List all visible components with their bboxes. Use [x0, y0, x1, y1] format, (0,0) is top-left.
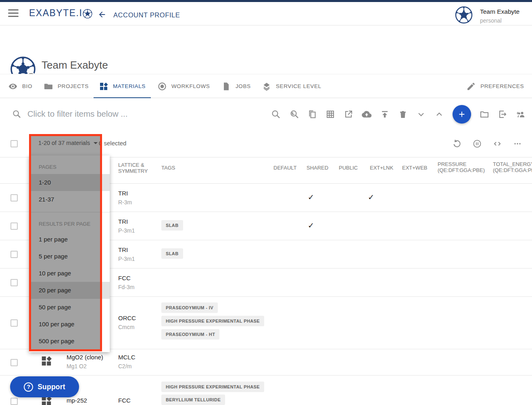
- document-icon: [221, 82, 231, 91]
- exabyte-logo[interactable]: EXABYTE.I: [29, 8, 92, 19]
- page-option-21-37[interactable]: 21-37: [29, 191, 110, 208]
- column-header-public[interactable]: PUBLIC: [339, 165, 358, 171]
- tab-label: MATERIALS: [113, 83, 146, 89]
- radio-circle-icon: [157, 82, 167, 91]
- folder-icon: [44, 82, 53, 91]
- tab-label: BIO: [22, 83, 32, 89]
- more-horiz-icon[interactable]: [513, 139, 522, 149]
- tab-label: PROJECTS: [58, 83, 89, 89]
- lattice-type: TRI: [118, 218, 128, 225]
- delete-icon[interactable]: [398, 109, 408, 119]
- pages-section-header: PAGES: [29, 160, 110, 174]
- filter-bar: Click to filter items below ...: [0, 98, 532, 130]
- row-checkbox[interactable]: [10, 359, 18, 366]
- tab-workflows[interactable]: WORKFLOWS: [152, 74, 215, 98]
- menu-icon[interactable]: [8, 9, 19, 18]
- lattice-type: TRI: [118, 190, 128, 197]
- material-name[interactable]: mp-252: [67, 397, 87, 404]
- column-header-ext-web[interactable]: EXT+WEB: [402, 165, 428, 171]
- filter-input[interactable]: Click to filter items below ...: [27, 109, 127, 119]
- copy-icon[interactable]: [307, 109, 317, 119]
- back-arrow-icon[interactable]: [97, 10, 107, 21]
- column-header-pressure[interactable]: PRESSURE (QE:DFT:GGA:PBE): [438, 161, 485, 173]
- tab-jobs[interactable]: JOBS: [216, 74, 256, 98]
- open-in-new-icon[interactable]: [344, 109, 353, 119]
- symmetry-group: Fd-3m: [118, 284, 134, 290]
- tag-pill: SLAB: [161, 248, 183, 259]
- row-checkbox[interactable]: [10, 222, 18, 230]
- cloud-upload-icon[interactable]: [362, 109, 371, 119]
- per-page-option-50[interactable]: 50 per page: [29, 299, 110, 316]
- tab-label: JOBS: [236, 83, 251, 89]
- row-checkbox[interactable]: [10, 398, 18, 405]
- select-all-checkbox[interactable]: [10, 140, 18, 147]
- grid-view-icon[interactable]: [325, 109, 335, 119]
- lattice-type: FCC: [118, 275, 131, 281]
- group-add-icon[interactable]: [516, 109, 526, 119]
- per-page-option-500[interactable]: 500 per page: [29, 333, 110, 350]
- tag-pill: BERYLLIUM TELLURIDE: [161, 395, 225, 405]
- pagination-dropdown-trigger[interactable]: 1-20 of 37 materials: [38, 140, 98, 146]
- tab-label: SERVICE LEVEL: [276, 83, 321, 89]
- symmetry-group: R-3m: [118, 199, 132, 206]
- search-icon: [12, 109, 21, 119]
- selected-count: 0 selected: [99, 140, 126, 147]
- row-checkbox[interactable]: [10, 251, 18, 258]
- column-label: TOTAL_ENERGY: [493, 161, 532, 167]
- search-action-icon[interactable]: [271, 109, 281, 119]
- per-page-option-1[interactable]: 1 per page: [29, 231, 110, 248]
- tag-pill: SLAB: [161, 220, 183, 231]
- add-material-button[interactable]: [453, 105, 471, 124]
- per-page-option-10[interactable]: 10 per page: [29, 265, 110, 282]
- page-title: ACCOUNT PROFILE: [113, 11, 180, 19]
- row-checkbox[interactable]: [10, 279, 18, 286]
- tag-pill: PRASEODYMIUM - HT: [161, 329, 219, 340]
- eye-icon: [8, 82, 18, 91]
- tab-materials[interactable]: MATERIALS: [94, 74, 151, 98]
- support-button[interactable]: ? Support: [10, 376, 79, 397]
- tab-service-level[interactable]: SERVICE LEVEL: [257, 74, 327, 98]
- tag-pill: HIGH PRESSURE EXPERIMENTAL PHASE: [161, 316, 264, 326]
- folder-outline-icon[interactable]: [480, 109, 489, 119]
- code-icon[interactable]: [492, 139, 502, 149]
- per-page-option-100[interactable]: 100 per page: [29, 316, 110, 333]
- column-header-tags[interactable]: TAGS: [161, 165, 175, 171]
- chevron-down-icon[interactable]: [416, 109, 426, 119]
- soccer-ball-icon: [83, 9, 92, 19]
- question-mark-icon: ?: [24, 382, 33, 392]
- ext-lnk-check-icon: ✓: [368, 193, 374, 202]
- page-option-1-20[interactable]: 1-20: [29, 174, 110, 191]
- material-name[interactable]: MgO2 (clone): [67, 354, 103, 361]
- pagination-range-label: 1-20 of 37 materials: [38, 140, 90, 146]
- per-page-option-20[interactable]: 20 per page: [29, 282, 110, 299]
- material-formula: Mg1 O2: [67, 363, 87, 369]
- chevron-up-icon[interactable]: [434, 109, 444, 119]
- table-row[interactable]: mp-252 FCC HIGH PRESSURE EXPERIMENTAL PH…: [0, 376, 532, 405]
- table-actions: [452, 130, 522, 157]
- column-header-lattice[interactable]: LATTICE & SYMMETRY: [118, 162, 155, 174]
- lattice-type: FCC: [118, 397, 131, 404]
- per-page-option-5[interactable]: 5 per page: [29, 248, 110, 265]
- pause-circle-icon[interactable]: [472, 139, 482, 149]
- profile-tabs: BIO PROJECTS MATERIALS WORKFLOWS JOBS SE…: [0, 74, 532, 98]
- tag-pill: HIGH PRESSURE EXPERIMENTAL PHASE: [161, 382, 264, 392]
- row-checkbox[interactable]: [10, 319, 18, 327]
- tab-preferences[interactable]: PREFERENCES: [465, 74, 526, 98]
- upload-icon[interactable]: [380, 109, 390, 119]
- column-header-shared[interactable]: SHARED: [307, 165, 328, 171]
- materials-icon: [99, 82, 108, 91]
- advanced-search-icon[interactable]: [289, 109, 299, 119]
- plus-icon: [457, 110, 466, 119]
- refresh-icon[interactable]: [452, 139, 462, 149]
- exit-to-app-icon[interactable]: [498, 109, 507, 119]
- tab-projects[interactable]: PROJECTS: [38, 74, 94, 98]
- row-checkbox[interactable]: [10, 194, 18, 201]
- column-header-total-energy[interactable]: TOTAL_ENERGY (QE:DFT:GGA:PBE): [493, 161, 532, 173]
- column-header-ext-lnk[interactable]: EXT+LNK: [370, 165, 393, 171]
- column-header-default[interactable]: DEFAULT: [273, 165, 297, 171]
- user-avatar[interactable]: [455, 6, 473, 24]
- table-controls-row: 1-20 of 37 materials 0 selected: [0, 130, 532, 157]
- tab-bio[interactable]: BIO: [3, 74, 38, 98]
- pencil-icon: [466, 82, 476, 91]
- table-row[interactable]: MgO2 (clone) Mg1 O2 MCLC C2/m: [0, 349, 532, 376]
